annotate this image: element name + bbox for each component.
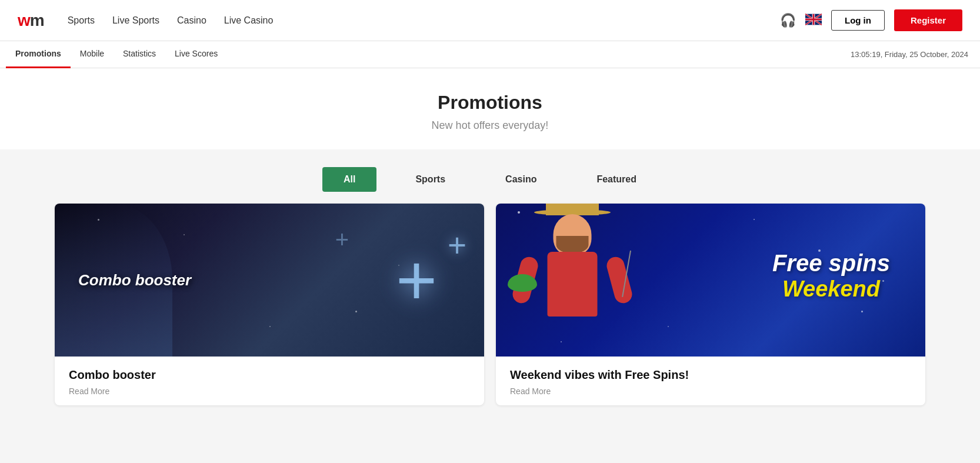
card-title-combo: Combo booster xyxy=(69,368,470,382)
card-image-freespins: Free spins Weekend xyxy=(496,204,925,357)
combo-text-label: Combo booster xyxy=(78,271,191,289)
promo-card-free-spins[interactable]: Free spins Weekend Weekend vibes with Fr… xyxy=(496,204,925,405)
freespins-text-block: Free spins Weekend xyxy=(772,251,890,304)
sub-nav: Promotions Mobile Statistics Live Scores… xyxy=(0,41,980,68)
logo-w: w xyxy=(18,11,30,29)
page-subtitle: New hot offers everyday! xyxy=(12,119,968,132)
freespins-weekend-label: Weekend xyxy=(772,275,890,304)
sub-nav-links: Promotions Mobile Statistics Live Scores xyxy=(6,41,851,68)
plus-large-icon: + xyxy=(396,245,437,315)
language-flag[interactable] xyxy=(805,14,822,28)
support-icon[interactable]: 🎧 xyxy=(780,13,796,28)
header-right: 🎧 Log in Register xyxy=(780,9,962,31)
cards-grid: Combo booster + + + Combo booster Read M… xyxy=(19,204,961,429)
nav-live-casino[interactable]: Live Casino xyxy=(224,15,274,26)
filter-sports[interactable]: Sports xyxy=(394,167,466,192)
card-body-freespins: Weekend vibes with Free Spins! Read More xyxy=(496,357,925,405)
timestamp: 13:05:19, Friday, 25 October, 2024 xyxy=(851,50,968,59)
subnav-statistics[interactable]: Statistics xyxy=(114,41,165,68)
cowboy-figure xyxy=(508,204,637,357)
plus-small-left-icon: + xyxy=(335,226,349,253)
filter-featured[interactable]: Featured xyxy=(575,167,658,192)
plus-small-top-icon: + xyxy=(448,226,466,264)
card-image-combo: Combo booster + + + xyxy=(55,204,484,357)
card-body-combo: Combo booster Read More xyxy=(55,357,484,405)
main-nav: Sports Live Sports Casino Live Casino xyxy=(68,15,780,26)
promo-card-combo-booster[interactable]: Combo booster + + + Combo booster Read M… xyxy=(55,204,484,405)
nav-live-sports[interactable]: Live Sports xyxy=(112,15,159,26)
nav-casino[interactable]: Casino xyxy=(177,15,206,26)
login-button[interactable]: Log in xyxy=(831,10,885,31)
filter-casino[interactable]: Casino xyxy=(484,167,558,192)
card-read-more-combo[interactable]: Read More xyxy=(69,387,470,396)
filter-all[interactable]: All xyxy=(322,167,376,192)
page-title: Promotions xyxy=(12,92,968,114)
header: wm Sports Live Sports Casino Live Casino… xyxy=(0,0,980,41)
subnav-mobile[interactable]: Mobile xyxy=(71,41,114,68)
page-content: Promotions New hot offers everyday! All … xyxy=(0,68,980,429)
promo-hero: Promotions New hot offers everyday! xyxy=(0,68,980,149)
subnav-promotions[interactable]: Promotions xyxy=(6,41,71,68)
card-title-freespins: Weekend vibes with Free Spins! xyxy=(510,368,911,382)
nav-sports[interactable]: Sports xyxy=(68,15,95,26)
subnav-live-scores[interactable]: Live Scores xyxy=(165,41,227,68)
card-read-more-freespins[interactable]: Read More xyxy=(510,387,911,396)
register-button[interactable]: Register xyxy=(894,9,962,31)
logo[interactable]: wm xyxy=(18,11,44,30)
freespins-title-label: Free spins xyxy=(772,251,890,275)
filter-section: All Sports Casino Featured xyxy=(0,149,980,204)
logo-m: m xyxy=(30,11,44,29)
